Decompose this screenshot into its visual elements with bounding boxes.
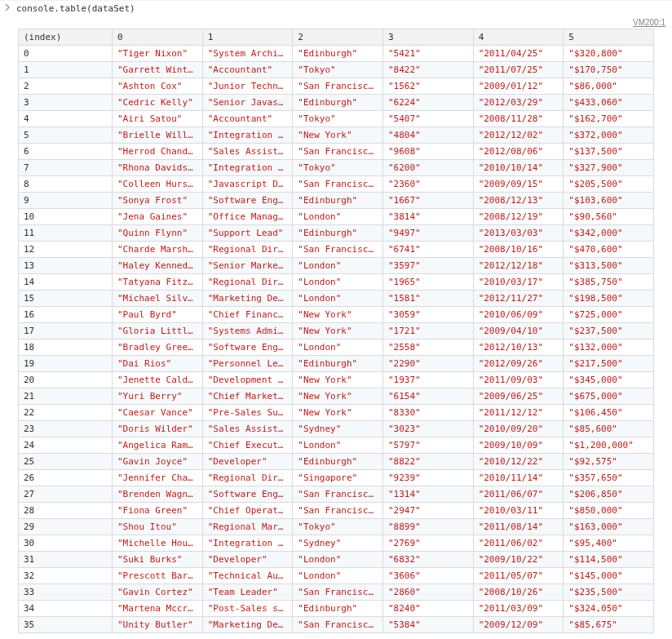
cell-value: "6154": [382, 388, 473, 405]
cell-value: "Edinburgh": [293, 225, 383, 242]
cell-index: 27: [19, 486, 113, 503]
col-header-1[interactable]: 1: [202, 29, 293, 46]
cell-value: "1314": [382, 486, 473, 503]
cell-value: "Rhona Davidso…: [113, 160, 203, 176]
cell-value: "$725,000": [564, 307, 654, 323]
col-header-5[interactable]: 5: [564, 29, 654, 46]
cell-value: "Gloria Little": [113, 323, 203, 339]
cell-index: 35: [19, 617, 113, 633]
table-row: 2"Ashton Cox""Junior Techni…"San Francis…: [19, 78, 654, 95]
cell-value: "Paul Byrd": [113, 307, 203, 323]
cell-value: "New York": [293, 307, 383, 323]
cell-value: "9497": [382, 225, 473, 242]
cell-value: "London": [293, 552, 383, 568]
cell-value: "Team Leader": [202, 584, 293, 601]
cell-value: "Shou Itou": [113, 519, 203, 535]
cell-value: "4804": [382, 127, 473, 144]
cell-value: "San Francisco": [293, 617, 383, 633]
cell-value: "New York": [293, 372, 383, 388]
col-header-2[interactable]: 2: [293, 29, 383, 46]
cell-value: "3597": [382, 258, 473, 274]
cell-value: "2769": [382, 535, 473, 552]
cell-value: "Tokyo": [293, 160, 383, 176]
cell-value: "2360": [382, 176, 473, 193]
cell-value: "2010/09/20": [473, 421, 564, 437]
cell-value: "Senior Javasc…: [202, 95, 293, 111]
cell-value: "$137,500": [564, 144, 654, 160]
cell-index: 19: [19, 356, 113, 372]
cell-value: "2012/09/26": [473, 356, 564, 372]
col-header-3[interactable]: 3: [382, 29, 473, 46]
cell-value: "London": [293, 209, 383, 225]
cell-value: "Prescott Bart…: [113, 568, 203, 584]
cell-value: "San Francisco": [293, 486, 383, 503]
cell-value: "Brenden Wagne…: [113, 486, 203, 503]
cell-value: "2290": [382, 356, 473, 372]
table-row: 21"Yuri Berry""Chief Marketi…"New York""…: [19, 388, 654, 405]
cell-value: "8822": [382, 454, 473, 470]
cell-value: "1667": [382, 193, 473, 209]
cell-value: "Edinburgh": [293, 95, 383, 111]
cell-value: "Accountant": [202, 62, 293, 78]
cell-value: "$205,500": [564, 176, 654, 193]
cell-value: "2008/10/16": [473, 242, 564, 258]
cell-value: "2010/10/14": [473, 160, 564, 176]
cell-value: "2009/06/25": [473, 388, 564, 405]
col-header-4[interactable]: 4: [473, 29, 564, 46]
cell-value: "2008/12/13": [473, 193, 564, 209]
cell-value: "$86,000": [564, 78, 654, 95]
cell-value: "Garrett Winte…: [113, 62, 203, 78]
cell-index: 21: [19, 388, 113, 405]
cell-value: "1721": [382, 323, 473, 339]
cell-index: 0: [19, 46, 113, 62]
cell-index: 1: [19, 62, 113, 78]
cell-value: "9239": [382, 470, 473, 486]
cell-value: "Haley Kennedy": [113, 258, 203, 274]
table-row: 1"Garrett Winte…"Accountant""Tokyo""8422…: [19, 62, 654, 78]
table-row: 10"Jena Gaines""Office Manage…"London""3…: [19, 209, 654, 225]
cell-index: 5: [19, 127, 113, 144]
cell-value: "$206,850": [564, 486, 654, 503]
cell-value: "San Francisco": [293, 242, 383, 258]
cell-value: "Edinburgh": [293, 193, 383, 209]
cell-value: "Sydney": [293, 421, 383, 437]
cell-value: "$106,450": [564, 405, 654, 421]
cell-value: "$675,000": [564, 388, 654, 405]
cell-value: "Pre-Sales Sup…: [202, 405, 293, 421]
cell-value: "Marketing Des…: [202, 617, 293, 633]
cell-index: 31: [19, 552, 113, 568]
col-header-index[interactable]: (index): [19, 29, 113, 46]
cell-index: 25: [19, 454, 113, 470]
cell-value: "San Francisco": [293, 176, 383, 193]
cell-value: "Integration S…: [202, 127, 293, 144]
cell-value: "New York": [293, 323, 383, 339]
cell-value: "5384": [382, 617, 473, 633]
cell-value: "8330": [382, 405, 473, 421]
cell-value: "Software Engi…: [202, 486, 293, 503]
cell-value: "2011/12/12": [473, 405, 564, 421]
cell-value: "2011/07/25": [473, 62, 564, 78]
table-row: 33"Gavin Cortez""Team Leader""San Franci…: [19, 584, 654, 601]
cell-value: "Edinburgh": [293, 356, 383, 372]
cell-value: "Edinburgh": [293, 601, 383, 617]
col-header-0[interactable]: 0: [113, 29, 203, 46]
cell-value: "3023": [382, 421, 473, 437]
table-row: 30"Michelle Hous…"Integration S…"Sydney"…: [19, 535, 654, 552]
cell-value: "Developer": [202, 454, 293, 470]
cell-value: "$1,200,000": [564, 437, 654, 454]
cell-value: "New York": [293, 405, 383, 421]
cell-index: 9: [19, 193, 113, 209]
cell-value: "Gavin Cortez": [113, 584, 203, 601]
cell-value: "Junior Techni…: [202, 78, 293, 95]
cell-value: "Quinn Flynn": [113, 225, 203, 242]
table-row: 17"Gloria Little""Systems Admin…"New Yor…: [19, 323, 654, 339]
source-link[interactable]: VM200:1: [633, 18, 672, 27]
cell-value: "San Francisco": [293, 144, 383, 160]
cell-value: "6741": [382, 242, 473, 258]
cell-value: "Jennifer Chan…: [113, 470, 203, 486]
cell-value: "$162,700": [564, 111, 654, 127]
cell-index: 14: [19, 274, 113, 291]
cell-index: 17: [19, 323, 113, 339]
console-prompt-line: console.table(dataSet): [0, 0, 672, 16]
cell-value: "Sales Assista…: [202, 144, 293, 160]
